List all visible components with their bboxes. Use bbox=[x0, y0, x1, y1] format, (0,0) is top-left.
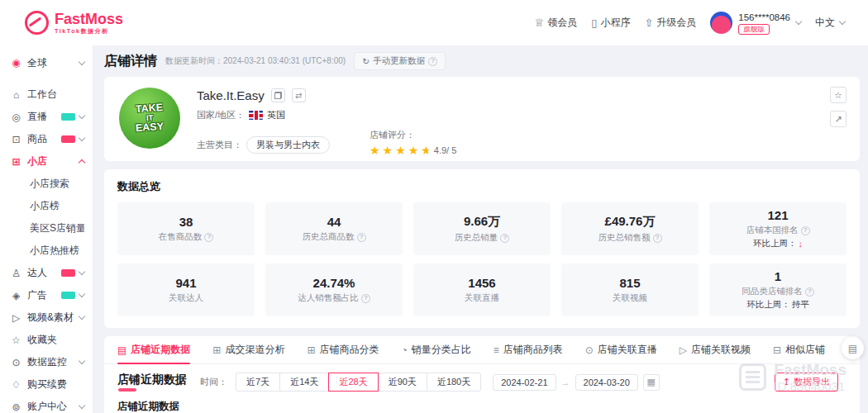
metric-value: 24.74% bbox=[313, 276, 355, 290]
metric-label: 关联直播 bbox=[465, 292, 499, 304]
date-range-picker[interactable]: 2024-02-21 → 2024-03-20 ▦ bbox=[493, 374, 660, 391]
metric-label: 历史总商品数 bbox=[303, 231, 355, 243]
help-icon[interactable]: ? bbox=[500, 234, 509, 243]
video-icon: ▷ bbox=[10, 312, 22, 324]
upgrade-vip-link[interactable]: ⇧ 升级会员 bbox=[644, 16, 696, 30]
help-icon[interactable]: ? bbox=[653, 234, 662, 243]
copy-button[interactable] bbox=[271, 88, 285, 102]
product-icon: ⊡ bbox=[10, 134, 22, 145]
region-selector[interactable]: ◉ 全球 bbox=[0, 50, 93, 75]
category-pill[interactable]: 男装与男士内衣 bbox=[246, 136, 330, 154]
tab-channel-analysis[interactable]: ⊞成交渠道分析 bbox=[212, 336, 284, 363]
data-export-button[interactable]: ↥ 数据导出 bbox=[775, 373, 838, 392]
start-date-input[interactable]: 2024-02-21 bbox=[493, 374, 556, 391]
floating-doc-button[interactable]: ▤ bbox=[842, 337, 864, 359]
metric-label: 历史总销售额 bbox=[599, 232, 651, 244]
external-link-icon: ↗ bbox=[834, 114, 842, 125]
sidebar-item-workbench[interactable]: ⌂ 工作台 bbox=[0, 83, 93, 106]
fastmoss-logo-icon bbox=[25, 11, 49, 35]
grid-icon: ⊞ bbox=[307, 344, 315, 356]
tab-sales-category-share[interactable]: ◔销量分类占比 bbox=[401, 336, 470, 363]
time-label: 时间： bbox=[200, 376, 227, 388]
help-icon[interactable]: ? bbox=[801, 226, 810, 235]
rating-value: 4.9/ 5 bbox=[434, 145, 457, 155]
export-icon: ↥ bbox=[783, 377, 790, 387]
mini-program-link[interactable]: ▯ 小程序 bbox=[591, 16, 630, 30]
account-menu[interactable]: 156****0846 旗舰版 bbox=[710, 12, 801, 35]
range-180d[interactable]: 近180天 bbox=[427, 373, 481, 392]
calendar-button[interactable]: ▦ bbox=[643, 374, 660, 391]
sidebar-item-creator[interactable]: ♙ 达人 bbox=[0, 262, 93, 284]
crown-icon: ♕ bbox=[535, 17, 545, 29]
help-icon[interactable]: ? bbox=[357, 233, 366, 242]
tab-related-videos[interactable]: ▷店铺关联视频 bbox=[680, 336, 751, 363]
metric-box: 24.74% 达人销售额占比? bbox=[265, 263, 403, 316]
tab-product-list[interactable]: ≡店铺商品列表 bbox=[494, 336, 563, 363]
chevron-down-icon bbox=[79, 358, 85, 364]
tab-similar-shops[interactable]: ⊟相似店铺 bbox=[773, 336, 825, 363]
sidebar-item-us-shop-sales-rank[interactable]: 美区S店销量榜 bbox=[0, 217, 93, 240]
sidebar-item-account-center[interactable]: ⊚ 账户中心 bbox=[0, 396, 93, 413]
range-14d[interactable]: 近14天 bbox=[279, 373, 329, 392]
new-badge bbox=[61, 292, 75, 299]
shop-icon: ⊟ bbox=[773, 344, 781, 356]
metric-label: 关联达人 bbox=[169, 292, 203, 304]
phone-icon: ▯ bbox=[591, 17, 597, 29]
external-link-button[interactable]: ↗ bbox=[830, 111, 847, 127]
sidebar-item-video-material[interactable]: ▷ 视频&素材 bbox=[0, 306, 93, 329]
plan-badge: 旗舰版 bbox=[738, 24, 770, 35]
brand-logo[interactable]: FastMoss TikTok数据分析 bbox=[25, 11, 123, 35]
range-28d[interactable]: 近28天 bbox=[328, 373, 378, 392]
end-date-input[interactable]: 2024-03-20 bbox=[575, 374, 638, 391]
tab-bar: ▤店铺近期数据 ⊞成交渠道分析 ⊞店铺商品分类 ◔销量分类占比 ≡店铺商品列表 … bbox=[104, 336, 860, 364]
favorite-button[interactable]: ☆ bbox=[830, 87, 847, 103]
tab-label: 店铺近期数据 bbox=[131, 343, 190, 357]
tab-related-lives[interactable]: ⊙店铺关联直播 bbox=[585, 336, 657, 363]
compare-button[interactable]: ⇄ bbox=[292, 88, 306, 102]
compare-icon: ⇄ bbox=[295, 91, 302, 100]
range-7d[interactable]: 近7天 bbox=[236, 373, 280, 392]
help-icon[interactable]: ? bbox=[428, 57, 437, 66]
help-icon[interactable]: ? bbox=[805, 287, 814, 297]
tab-product-category[interactable]: ⊞店铺商品分类 bbox=[307, 336, 379, 363]
data-overview-card: 数据总览 38 在售商品数? 44 历史总商品数? 9.66万 历史总销量? £… bbox=[104, 169, 860, 328]
metric-label: 同品类店铺排名 bbox=[742, 286, 803, 297]
tab-label: 店铺关联直播 bbox=[598, 343, 657, 357]
doc-icon: ▤ bbox=[848, 343, 857, 354]
sidebar-item-renew[interactable]: ♢ 购买续费 bbox=[0, 373, 93, 396]
sidebar-item-label: 小店 bbox=[27, 154, 79, 169]
tab-label: 店铺商品分类 bbox=[319, 343, 379, 357]
sidebar-item-label: 小店榜 bbox=[30, 199, 84, 213]
get-vip-link[interactable]: ♕ 领会员 bbox=[535, 16, 578, 30]
sidebar-item-label: 账户中心 bbox=[27, 400, 79, 413]
sidebar-item-label: 直播 bbox=[27, 110, 61, 124]
help-icon[interactable]: ? bbox=[204, 233, 213, 242]
globe-icon: ◉ bbox=[10, 57, 22, 69]
range-90d[interactable]: 近90天 bbox=[378, 373, 427, 392]
upgrade-icon: ⇧ bbox=[644, 17, 653, 29]
sidebar-item-product[interactable]: ⊡ 商品 bbox=[0, 128, 93, 150]
sidebar-item-label: 美区S店销量榜 bbox=[30, 221, 84, 235]
update-time: 2024-03-21 03:40:31 (UTC+8:00) bbox=[223, 56, 346, 65]
upgrade-label: 升级会员 bbox=[656, 16, 696, 30]
language-selector[interactable]: 中文 bbox=[815, 16, 845, 30]
tab-label: 销量分类占比 bbox=[412, 343, 471, 357]
help-icon[interactable]: ? bbox=[361, 294, 370, 303]
refresh-icon: ↻ bbox=[362, 56, 370, 66]
manual-update-button[interactable]: ↻ 手动更新数据 ? bbox=[354, 52, 446, 70]
tab-recent-data[interactable]: ▤店铺近期数据 bbox=[117, 336, 190, 363]
sidebar-item-shop[interactable]: ⊞ 小店 bbox=[0, 150, 93, 173]
user-phone: 156****0846 bbox=[738, 12, 790, 23]
sidebar-item-shop-search[interactable]: 小店搜索 bbox=[0, 173, 93, 195]
monitor-icon: ⊙ bbox=[10, 357, 22, 368]
star-icon: ★ bbox=[408, 145, 419, 156]
star-icon: ★ bbox=[383, 145, 393, 156]
sidebar-item-shop-rank[interactable]: 小店榜 bbox=[0, 195, 93, 217]
sidebar-item-favorites[interactable]: ☆ 收藏夹 bbox=[0, 329, 93, 351]
sidebar-item-shop-hot-rank[interactable]: 小店热推榜 bbox=[0, 240, 93, 262]
sidebar-item-ads[interactable]: ◈ 广告 bbox=[0, 284, 93, 306]
brand-name: FastMoss bbox=[55, 12, 123, 28]
star-icon: ★ bbox=[370, 145, 380, 156]
sidebar-item-live[interactable]: ◎ 直播 bbox=[0, 106, 93, 128]
sidebar-item-data-monitor[interactable]: ⊙ 数据监控 bbox=[0, 351, 93, 373]
